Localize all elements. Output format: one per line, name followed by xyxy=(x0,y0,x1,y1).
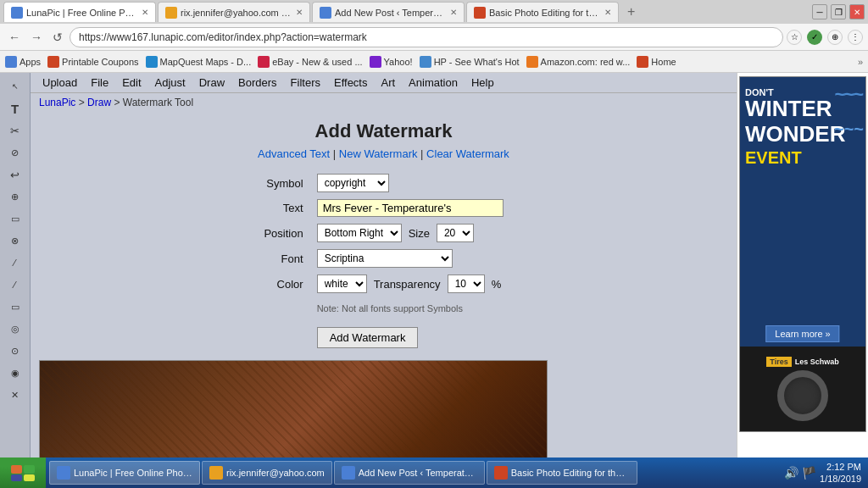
new-tab-button[interactable]: + xyxy=(622,3,640,21)
address-bar[interactable] xyxy=(70,27,783,47)
menu-item-file[interactable]: File xyxy=(84,75,115,91)
tool-eraser[interactable]: ⊗ xyxy=(5,230,25,251)
page-title: Add Watermark xyxy=(39,112,728,147)
bookmark-item-2[interactable]: MapQuest Maps - D... xyxy=(146,56,252,68)
menu-item-upload[interactable]: Upload xyxy=(36,75,84,91)
menu-item-draw[interactable]: Draw xyxy=(192,75,231,91)
clock-date: 1/18/2019 xyxy=(820,473,861,485)
tab-close-3[interactable]: ✕ xyxy=(450,8,457,17)
taskbar-app-2[interactable]: Add New Post ‹ Temperature... xyxy=(334,461,485,485)
bookmark-item-6[interactable]: Amazon.com: red w... xyxy=(526,56,631,68)
ad-learn-more-button[interactable]: Learn more » xyxy=(765,325,839,342)
tool-brush[interactable]: ∕ xyxy=(5,252,25,273)
reload-button[interactable]: ↺ xyxy=(49,29,66,46)
tool-stamp[interactable]: ⊙ xyxy=(5,341,25,361)
volume-icon[interactable]: 🔊 xyxy=(784,466,798,480)
browser-tab-2[interactable]: rix.jennifer@yahoo.com - Ya...✕ xyxy=(158,2,310,22)
menu-item-help[interactable]: Help xyxy=(465,75,501,91)
menu-item-art[interactable]: Art xyxy=(374,75,402,91)
breadcrumb-lunapic[interactable]: LunaPic xyxy=(39,97,75,108)
menu-item-effects[interactable]: Effects xyxy=(327,75,375,91)
advanced-text-link[interactable]: Advanced Text xyxy=(258,147,330,160)
taskbar-sys: 🔊 🏴 2:12 PM 1/18/2019 xyxy=(777,461,868,485)
tool-rect[interactable]: ▭ xyxy=(5,208,25,229)
ad-les-schwab-label: Les Schwab xyxy=(795,358,839,366)
bookmark-item-0[interactable]: Apps xyxy=(5,56,41,68)
menu-item-filters[interactable]: Filters xyxy=(284,75,327,91)
tool-scissors[interactable]: ✂ xyxy=(5,120,25,141)
tool-close[interactable]: ✕ xyxy=(5,385,25,405)
taskbar-app-0[interactable]: LunaPic | Free Online Photo E... xyxy=(49,461,200,485)
minimize-button[interactable]: ─ xyxy=(812,4,827,19)
bookmark-label-3: eBay - New & used ... xyxy=(272,57,362,67)
tool-circle[interactable]: ⊘ xyxy=(5,142,25,163)
position-size-row: Bottom Right Bottom Left Top Right Top L… xyxy=(317,224,504,242)
menu-item-adjust[interactable]: Adjust xyxy=(148,75,192,91)
color-select[interactable]: white black red blue xyxy=(317,274,367,293)
position-select[interactable]: Bottom Right Bottom Left Top Right Top L… xyxy=(317,224,402,242)
tab-close-4[interactable]: ✕ xyxy=(604,8,611,17)
clear-watermark-link[interactable]: Clear Watermark xyxy=(426,147,509,160)
tool-pointer[interactable]: ↖ xyxy=(5,76,25,97)
browser-window: LunaPic | Free Online Photo E...✕rix.jen… xyxy=(0,0,868,458)
bookmark-label-5: HP - See What's Hot xyxy=(434,57,520,67)
bookmark-item-7[interactable]: Home xyxy=(637,56,676,68)
taskbar-clock: 2:12 PM 1/18/2019 xyxy=(820,461,861,485)
bookmark-star-icon[interactable]: ☆ xyxy=(787,30,802,45)
watermark-links: Advanced Text | New Watermark | Clear Wa… xyxy=(39,147,728,160)
clock-time: 2:12 PM xyxy=(820,461,861,473)
size-select[interactable]: 10 15 20 25 30 xyxy=(437,224,474,242)
close-button[interactable]: ✕ xyxy=(849,4,865,19)
add-watermark-button[interactable]: Add Watermark xyxy=(317,327,419,348)
bookmarks-more[interactable]: » xyxy=(858,57,863,67)
text-label: Text xyxy=(259,196,311,220)
bookmark-item-1[interactable]: Printable Coupons xyxy=(47,56,139,68)
tool-folder[interactable]: ▭ xyxy=(5,297,25,317)
flag-icon: 🏴 xyxy=(802,466,816,480)
menu-item-borders[interactable]: Borders xyxy=(231,75,284,91)
tab-close-1[interactable]: ✕ xyxy=(142,8,148,17)
restore-button[interactable]: ❐ xyxy=(831,4,846,19)
new-watermark-link[interactable]: New Watermark xyxy=(339,147,418,160)
font-select[interactable]: Scriptina Arial Times New Roman xyxy=(317,249,453,268)
tool-sidebar: ↖ T ✂ ⊘ ↩ ⊕ ▭ ⊗ ∕ ∕ ▭ ◎ ⊙ ◉ ✕ xyxy=(0,73,31,458)
tool-pen[interactable]: ∕ xyxy=(5,274,25,295)
symbol-select[interactable]: copyright trademark registered none xyxy=(317,174,389,192)
browser-tab-1[interactable]: LunaPic | Free Online Photo E...✕ xyxy=(3,2,156,22)
tool-text[interactable]: T xyxy=(5,98,25,119)
ad-wave-icon: ~~~ xyxy=(834,84,862,106)
menu-item-animation[interactable]: Animation xyxy=(402,75,465,91)
transparency-select[interactable]: 0 5 10 20 30 xyxy=(448,274,485,293)
ad-tire-logo: Tires Les Schwab xyxy=(766,357,838,367)
tool-crop[interactable]: ◎ xyxy=(5,319,25,339)
tool-clone[interactable]: ◉ xyxy=(5,363,25,383)
tab-close-2[interactable]: ✕ xyxy=(296,8,303,17)
color-row: Color white black red blue Trans xyxy=(259,271,508,297)
tool-undo[interactable]: ↩ xyxy=(5,164,25,185)
browser-tab-3[interactable]: Add New Post ‹ Temperature...✕ xyxy=(312,2,465,22)
position-label: Position xyxy=(259,220,311,246)
menu-item-edit[interactable]: Edit xyxy=(115,75,147,91)
bookmark-item-3[interactable]: eBay - New & used ... xyxy=(258,56,362,68)
bookmark-item-5[interactable]: HP - See What's Hot xyxy=(420,56,520,68)
page-body: ↖ T ✂ ⊘ ↩ ⊕ ▭ ⊗ ∕ ∕ ▭ ◎ ⊙ ◉ ✕ UploadFile… xyxy=(0,73,868,458)
watermark-form: Symbol copyright trademark registered no… xyxy=(259,170,508,352)
window-controls: ─ ❐ ✕ xyxy=(812,4,865,19)
taskbar-app-1[interactable]: rix.jennifer@yahoo.com xyxy=(202,461,332,485)
watermark-container: Add Watermark Advanced Text | New Waterm… xyxy=(39,112,728,458)
menu-icon[interactable]: ⋮ xyxy=(848,30,863,45)
bookmark-item-4[interactable]: Yahoo! xyxy=(370,56,413,68)
breadcrumb-draw[interactable]: Draw xyxy=(87,97,111,108)
taskbar-app-3[interactable]: Basic Photo Editing for the E... xyxy=(487,461,637,485)
content-panel: Add Watermark Advanced Text | New Waterm… xyxy=(31,112,737,458)
svg-rect-1 xyxy=(24,465,35,474)
forward-button[interactable]: → xyxy=(27,29,46,46)
start-button[interactable] xyxy=(0,458,46,488)
extensions-icon[interactable]: ⊕ xyxy=(827,30,843,45)
symbol-row: Symbol copyright trademark registered no… xyxy=(259,170,508,196)
tool-zoom[interactable]: ⊕ xyxy=(5,186,25,207)
browser-tab-4[interactable]: Basic Photo Editing for the E...✕ xyxy=(466,2,619,22)
back-button[interactable]: ← xyxy=(5,29,24,46)
text-input[interactable] xyxy=(317,199,504,217)
font-row: Font Scriptina Arial Times New Roman xyxy=(259,246,508,271)
